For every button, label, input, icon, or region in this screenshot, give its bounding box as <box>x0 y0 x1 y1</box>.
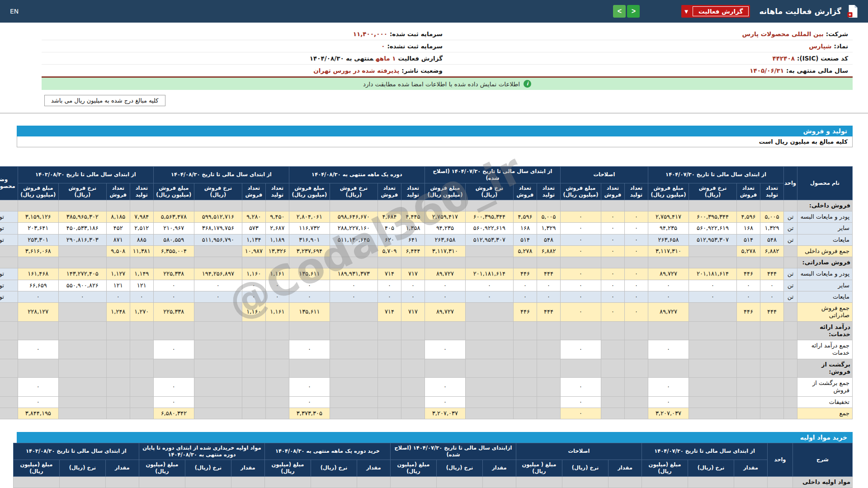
nav-back-button[interactable]: < <box>613 5 626 18</box>
column-subheader: تعداد تولید <box>265 183 289 200</box>
column-subheader: مقدار <box>231 460 264 476</box>
info-row: سرمایه ثبت نشده:۰ <box>42 40 447 52</box>
value-cell <box>153 257 194 268</box>
value-cell: ۱۲۱ <box>106 280 130 291</box>
value-cell <box>601 378 624 397</box>
info-value: ۱۱,۴۰۰,۰۰۰ <box>353 30 387 38</box>
value-cell <box>760 359 784 378</box>
value-cell: ۰ <box>425 291 465 302</box>
value-cell: ۰ <box>737 291 760 302</box>
value-cell <box>130 396 153 408</box>
value-cell: ۰ <box>560 378 601 397</box>
value-cell <box>760 408 784 419</box>
column-subheader: مبلغ (میلیون ریال) <box>390 460 436 476</box>
value-cell <box>513 200 537 211</box>
language-toggle[interactable]: EN <box>10 8 19 15</box>
value-cell: ۰ <box>425 378 465 397</box>
value-cell: ۴۴۴ <box>537 303 560 322</box>
value-cell <box>377 200 401 211</box>
value-cell <box>601 257 624 268</box>
value-cell: ۰ <box>153 280 194 291</box>
value-cell: ۰ <box>242 280 265 291</box>
value-cell: ۰ <box>377 291 401 302</box>
value-cell <box>105 476 139 488</box>
value-cell <box>194 396 242 408</box>
status-cell <box>0 200 18 211</box>
value-cell: ۱۶۱,۴۶۸ <box>18 268 58 280</box>
value-cell <box>194 340 242 359</box>
value-cell: ۴۴۴ <box>760 303 784 322</box>
value-cell: ۸۹,۷۲۷ <box>425 268 465 280</box>
value-cell <box>560 200 601 211</box>
column-subheader: مقدار <box>482 460 516 476</box>
value-cell <box>601 359 624 378</box>
section-row: برگشت از فروش: <box>0 359 853 378</box>
value-cell: ۵,۰۰۵ <box>760 211 784 223</box>
info-label: سرمایه ثبت شده: <box>390 30 443 38</box>
value-cell <box>330 257 377 268</box>
column-subheader: مقدار <box>105 460 139 476</box>
value-cell: ۰ <box>737 280 760 291</box>
value-cell <box>153 321 194 340</box>
value-cell: ۸۹,۷۲۷ <box>648 268 689 280</box>
top-header-bar: گزارش فعالیت ماهانه گزارش فعالیت ▼ > < E… <box>0 0 868 23</box>
value-cell: ۰ <box>624 223 648 234</box>
value-cell: ۱۴۳,۲۷۲,۴۰۵ <box>58 268 106 280</box>
column-subheader: تعداد تولید <box>130 183 153 200</box>
unit-cell <box>784 245 797 257</box>
column-subheader: تعداد تولید <box>537 183 560 200</box>
value-cell <box>106 257 130 268</box>
status-cell <box>0 245 18 257</box>
column-subheader: نرخ (ریال) <box>436 460 482 476</box>
value-cell: ۰ <box>513 291 537 302</box>
row-name-cell: جمع فروش صادراتی <box>797 303 853 322</box>
value-cell: ۵۴۸ <box>760 234 784 245</box>
chevron-left-icon: < <box>618 8 622 15</box>
column-group-header: از ابتدای سال مالی تا تاریخ ۱۴۰۴/۰۸/۳۰ <box>153 167 289 183</box>
value-cell: ۳,۱۱۷,۳۱۰ <box>648 245 689 257</box>
status-cell: تولید <box>0 280 18 291</box>
value-cell <box>689 396 737 408</box>
report-type-dropdown[interactable]: گزارش فعالیت ▼ <box>681 5 750 18</box>
value-cell: ۰ <box>194 280 242 291</box>
column-subheader: مبلغ ( میلیون ریال) <box>516 460 562 476</box>
unit-cell <box>768 476 793 488</box>
table-row: جمع۳,۲۰۷,۰۳۷۰۳,۲۰۷,۰۳۷۳,۳۷۳,۳۰۵۶,۵۸۰,۳۴۲… <box>0 408 853 419</box>
value-cell: ۰ <box>18 396 58 408</box>
value-cell <box>377 359 401 378</box>
value-cell <box>377 321 401 340</box>
value-cell <box>601 340 624 359</box>
value-cell: ۵۹۹,۵۱۲,۷۱۶ <box>194 211 242 223</box>
table-row: جمع فروش صادراتی۴۴۴۴۴۶۸۹,۷۲۷۰۰۰۴۴۴۴۴۶۸۹,… <box>0 303 853 322</box>
value-cell: ۰ <box>289 280 330 291</box>
column-subheader: مبلغ فروش (میلیون ریال) <box>560 183 601 200</box>
unit-cell <box>784 257 797 268</box>
unit-cell <box>784 200 797 211</box>
column-group-header: از ابتدای سال مالی تا تاریخ ۱۴۰۴/۰۷/۳۰ (… <box>425 167 560 183</box>
column-subheader: تعداد تولید <box>401 183 425 200</box>
value-cell: ۳۱۶,۹۰۱ <box>289 234 330 245</box>
section-header-production-sales: تولید و فروش <box>17 126 853 136</box>
value-cell <box>265 396 289 408</box>
value-cell: ۴۵۲ <box>106 223 130 234</box>
value-cell: ۰ <box>560 245 601 257</box>
value-cell: ۰ <box>265 280 289 291</box>
value-cell <box>562 476 608 488</box>
row-name-cell: پودر و مایعات البسه <box>797 211 853 223</box>
nav-forward-button[interactable]: > <box>627 5 640 18</box>
value-cell: ۰ <box>648 280 689 291</box>
value-cell <box>401 378 425 397</box>
status-cell <box>0 408 18 419</box>
section-header-raw-materials: خرید مواد اولیه <box>17 432 853 443</box>
value-cell <box>436 476 482 488</box>
value-cell: ۰ <box>648 396 689 408</box>
value-cell: ۰ <box>401 291 425 302</box>
value-cell: ۳,۱۱۷,۳۱۰ <box>425 245 465 257</box>
value-cell <box>601 408 624 419</box>
row-name-cell: مایعات <box>797 234 853 245</box>
value-cell: ۶۰۰,۳۹۵,۳۴۴ <box>689 211 737 223</box>
value-cell: ۰ <box>153 340 194 359</box>
value-cell <box>513 396 537 408</box>
value-cell: ۵,۷۰۹ <box>377 245 401 257</box>
unit-cell: تن <box>784 291 797 302</box>
